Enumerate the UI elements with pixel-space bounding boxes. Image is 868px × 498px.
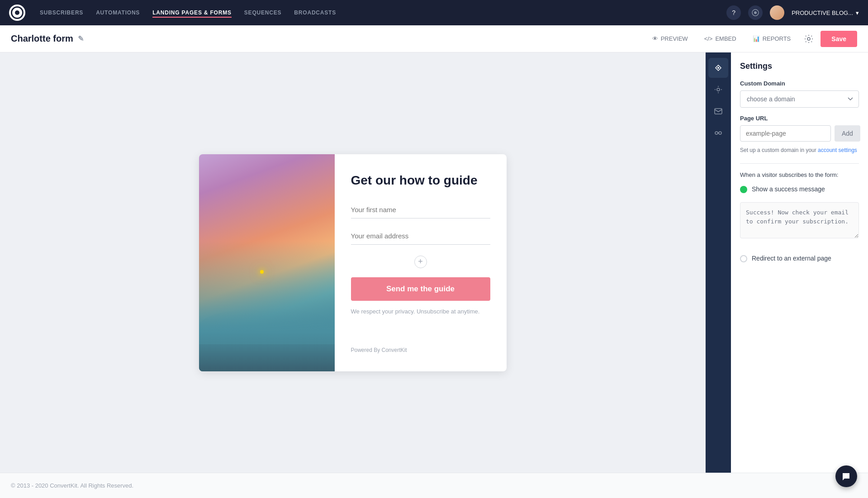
form-card: Get our how to guide + Send me the guide… — [199, 154, 507, 371]
save-button[interactable]: Save — [821, 31, 857, 47]
nav-links: SUBSCRIBERS AUTOMATIONS LANDING PAGES & … — [40, 8, 712, 18]
form-content: Get our how to guide + Send me the guide… — [335, 154, 507, 371]
settings-gear-button[interactable] — [801, 31, 817, 47]
submit-button[interactable]: Send me the guide — [351, 277, 490, 301]
notifications-button[interactable] — [748, 5, 763, 20]
privacy-text: We respect your privacy. Unsubscribe at … — [351, 307, 490, 316]
canvas-area: Get our how to guide + Send me the guide… — [0, 52, 705, 473]
embed-button[interactable]: </> EMBED — [698, 32, 743, 46]
svg-point-6 — [715, 132, 718, 134]
edit-title-icon[interactable]: ✎ — [78, 34, 84, 43]
right-sidebar: Settings Custom Domain choose a domain P… — [705, 52, 868, 473]
embed-icon: </> — [704, 35, 713, 42]
top-nav: SUBSCRIBERS AUTOMATIONS LANDING PAGES & … — [0, 0, 868, 25]
rail-email-icon[interactable] — [708, 101, 728, 121]
add-field-button[interactable]: + — [351, 256, 490, 268]
redirect-option-label: Redirect to an external page — [752, 255, 831, 262]
domain-select[interactable]: choose a domain — [740, 90, 859, 108]
svg-point-2 — [807, 38, 810, 40]
show-success-option[interactable]: Show a success message — [740, 185, 859, 193]
rail-integrations-icon[interactable] — [708, 123, 728, 143]
page-url-row: Add — [740, 125, 859, 142]
preview-button[interactable]: 👁 PREVIEW — [646, 32, 694, 46]
nav-right: ? PRODUCTIVE BLOG... ▾ — [726, 5, 859, 20]
chat-button[interactable] — [835, 465, 857, 487]
reports-icon: 📊 — [753, 35, 760, 42]
redirect-radio[interactable] — [740, 255, 747, 262]
svg-point-1 — [754, 11, 757, 14]
rail-design-icon[interactable] — [708, 58, 728, 78]
redirect-option[interactable]: Redirect to an external page — [740, 255, 859, 262]
email-input[interactable] — [351, 228, 490, 245]
settings-title: Settings — [740, 62, 859, 71]
nav-landing-pages[interactable]: LANDING PAGES & FORMS — [152, 8, 232, 18]
account-settings-link[interactable]: account settings — [818, 147, 857, 153]
nav-subscribers[interactable]: SUBSCRIBERS — [40, 8, 83, 18]
svg-point-3 — [717, 67, 719, 69]
settings-panel: Settings Custom Domain choose a domain P… — [731, 52, 868, 473]
page-url-input[interactable] — [740, 125, 831, 142]
form-title-area: Charlotte form ✎ — [11, 33, 84, 44]
form-hero-image — [199, 154, 335, 371]
page-url-label: Page URL — [740, 115, 859, 122]
powered-by: Powered By ConvertKit — [351, 347, 490, 353]
divider — [740, 163, 859, 164]
account-settings-text: Set up a custom domain in your account s… — [740, 146, 859, 154]
logo[interactable] — [9, 5, 25, 21]
preview-icon: 👁 — [652, 35, 658, 42]
sub-nav: Charlotte form ✎ 👁 PREVIEW </> EMBED 📊 R… — [0, 25, 868, 52]
main-content: Get our how to guide + Send me the guide… — [0, 52, 868, 473]
wave-decoration — [199, 308, 335, 344]
success-message-wrapper: Success! Now check your email to confirm… — [740, 199, 859, 247]
account-name[interactable]: PRODUCTIVE BLOG... ▾ — [792, 9, 859, 16]
sub-nav-actions: 👁 PREVIEW </> EMBED 📊 REPORTS Save — [646, 31, 857, 47]
form-title: Charlotte form — [11, 33, 73, 44]
first-name-input[interactable] — [351, 201, 490, 218]
footer: © 2013 - 2020 ConvertKit. All Rights Res… — [0, 473, 868, 498]
sun-decoration — [260, 270, 264, 274]
nav-broadcasts[interactable]: BROADCASTS — [294, 8, 336, 18]
rail-settings-icon[interactable] — [708, 80, 728, 100]
success-message-textarea[interactable]: Success! Now check your email to confirm… — [740, 202, 859, 238]
visitor-section-label: When a visitor subscribes to the form: — [740, 171, 859, 179]
svg-point-4 — [717, 88, 720, 91]
add-icon: + — [414, 256, 427, 268]
avatar[interactable] — [770, 5, 784, 20]
nav-automations[interactable]: AUTOMATIONS — [96, 8, 140, 18]
form-heading: Get our how to guide — [351, 172, 490, 189]
icon-rail — [706, 52, 731, 473]
svg-point-7 — [719, 132, 721, 134]
add-url-button[interactable]: Add — [835, 125, 860, 142]
svg-rect-5 — [715, 109, 722, 114]
nav-sequences[interactable]: SEQUENCES — [244, 8, 282, 18]
help-button[interactable]: ? — [726, 5, 741, 20]
footer-text: © 2013 - 2020 ConvertKit. All Rights Res… — [11, 482, 133, 489]
success-option-label: Show a success message — [752, 185, 825, 193]
reports-button[interactable]: 📊 REPORTS — [746, 32, 797, 46]
success-radio[interactable] — [740, 186, 747, 193]
custom-domain-label: Custom Domain — [740, 80, 859, 87]
